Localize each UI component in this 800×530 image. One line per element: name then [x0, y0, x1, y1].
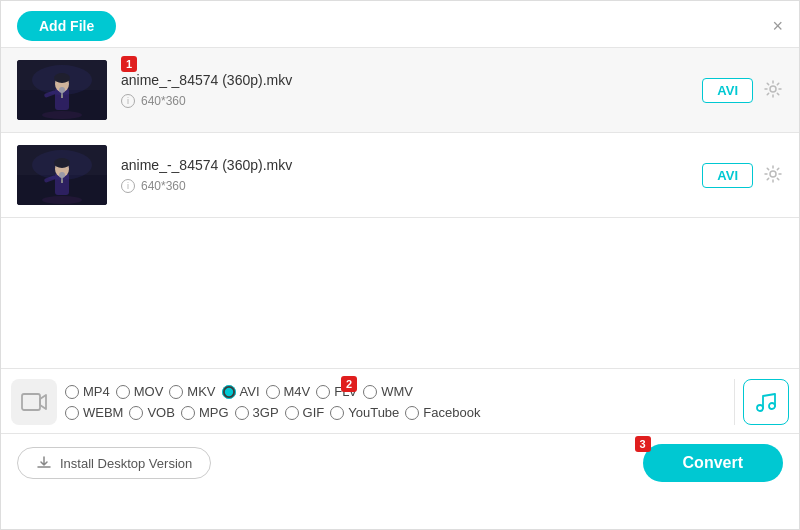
format-option-wmv[interactable]: WMV — [363, 384, 413, 399]
install-label: Install Desktop Version — [60, 456, 192, 471]
format-option-mov[interactable]: MOV — [116, 384, 164, 399]
svg-point-10 — [770, 86, 776, 92]
format-option-mkv[interactable]: MKV — [169, 384, 215, 399]
convert-area: 3 Convert — [643, 444, 783, 482]
file-item-2: anime_-_84574 (360p).mkv i 640*360 AVI — [1, 133, 799, 218]
gear-icon-1 — [763, 79, 783, 99]
file-meta-1: i 640*360 — [121, 94, 702, 108]
info-icon-1[interactable]: i — [121, 94, 135, 108]
video-icon — [20, 388, 48, 416]
format-option-webm[interactable]: WEBM — [65, 405, 123, 420]
file-list: 1 — [1, 47, 799, 218]
convert-button[interactable]: Convert — [643, 444, 783, 482]
file-item-wrapper-1: 1 — [1, 48, 799, 133]
file-actions-1: AVI — [702, 78, 783, 103]
thumbnail-1 — [17, 60, 107, 120]
file-name-1: anime_-_84574 (360p).mkv — [121, 72, 702, 88]
format-option-m4v[interactable]: M4V — [266, 384, 311, 399]
svg-point-21 — [770, 171, 776, 177]
svg-point-9 — [32, 65, 92, 95]
install-button[interactable]: Install Desktop Version — [17, 447, 211, 479]
format-badge: 2 — [341, 376, 357, 392]
thumbnail-2 — [17, 145, 107, 205]
svg-point-2 — [42, 111, 82, 119]
file-meta-2: i 640*360 — [121, 179, 702, 193]
music-icon-box[interactable] — [743, 379, 789, 425]
download-icon — [36, 455, 52, 471]
convert-badge: 3 — [635, 436, 651, 452]
badge-1: 1 — [121, 56, 137, 72]
gear-icon-2 — [763, 164, 783, 184]
svg-rect-22 — [22, 394, 40, 410]
footer: Install Desktop Version 3 Convert — [1, 433, 799, 492]
empty-area — [1, 218, 799, 368]
file-actions-2: AVI — [702, 163, 783, 188]
format-bar-wrapper: 2 MP4 MOV MKV — [1, 368, 799, 433]
file-name-2: anime_-_84574 (360p).mkv — [121, 157, 702, 173]
svg-point-13 — [42, 196, 82, 204]
format-option-vob[interactable]: VOB — [129, 405, 174, 420]
format-option-gif[interactable]: GIF — [285, 405, 325, 420]
file-resolution-2: 640*360 — [141, 179, 186, 193]
info-icon-2[interactable]: i — [121, 179, 135, 193]
file-item-wrapper-2: anime_-_84574 (360p).mkv i 640*360 AVI — [1, 133, 799, 218]
file-info-1: anime_-_84574 (360p).mkv i 640*360 — [121, 72, 702, 108]
format-bar: MP4 MOV MKV AVI M4V — [1, 368, 799, 433]
format-option-facebook[interactable]: Facebook — [405, 405, 480, 420]
format-option-avi[interactable]: AVI — [222, 384, 260, 399]
close-button[interactable]: × — [772, 17, 783, 35]
settings-button-1[interactable] — [763, 79, 783, 102]
svg-point-23 — [757, 405, 763, 411]
video-icon-box[interactable] — [11, 379, 57, 425]
add-file-button[interactable]: Add File — [17, 11, 116, 41]
format-option-youtube[interactable]: YouTube — [330, 405, 399, 420]
divider — [734, 379, 735, 425]
format-button-2[interactable]: AVI — [702, 163, 753, 188]
format-button-1[interactable]: AVI — [702, 78, 753, 103]
format-option-3gp[interactable]: 3GP — [235, 405, 279, 420]
format-options-container: MP4 MOV MKV AVI M4V — [65, 384, 726, 420]
settings-button-2[interactable] — [763, 164, 783, 187]
format-option-mp4[interactable]: MP4 — [65, 384, 110, 399]
format-option-mpg[interactable]: MPG — [181, 405, 229, 420]
file-info-2: anime_-_84574 (360p).mkv i 640*360 — [121, 157, 702, 193]
file-resolution-1: 640*360 — [141, 94, 186, 108]
music-icon — [754, 390, 778, 414]
header: Add File × — [1, 1, 799, 47]
svg-point-20 — [32, 150, 92, 180]
